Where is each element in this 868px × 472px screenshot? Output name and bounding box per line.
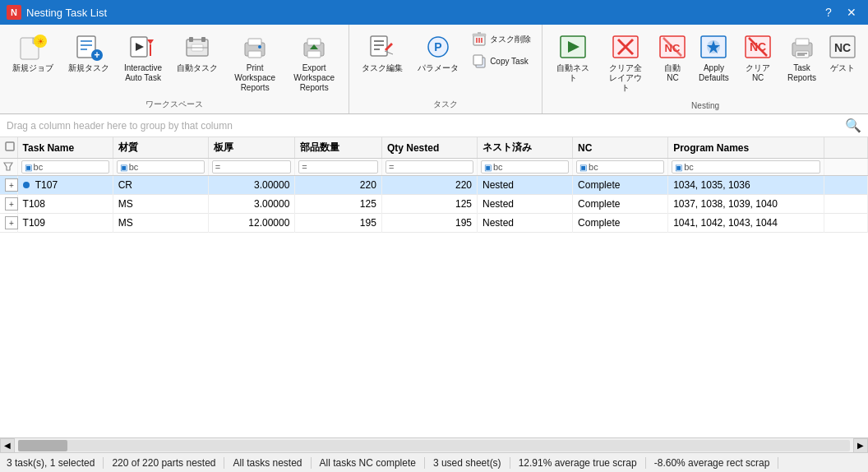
col-header-extra [824, 137, 868, 159]
data-table[interactable]: Task Name 材質 板厚 部品数量 Qty Nested ネスト済み NC… [0, 137, 868, 437]
print-workspace-reports-button[interactable]: Print WorkspaceReports [227, 28, 283, 97]
row-nc-t107: Complete [573, 176, 668, 195]
new-task-button[interactable]: + 新規タスク [62, 28, 115, 79]
col-header-qty[interactable]: 部品数量 [295, 137, 382, 159]
filter-qty-nested[interactable]: = [381, 159, 477, 176]
clear-layout-icon [611, 32, 640, 62]
col-header-nested[interactable]: ネスト済み [477, 137, 572, 159]
auto-task-button[interactable]: 自動タスク [171, 28, 224, 79]
expand-button-t108[interactable]: + [5, 197, 18, 211]
svg-point-22 [258, 45, 261, 49]
svg-rect-39 [473, 34, 486, 36]
svg-rect-63 [6, 142, 14, 150]
status-true-scrap: 12.91% average true scrap [510, 457, 646, 469]
filter-icon-material: ▣ [120, 163, 127, 172]
svg-rect-58 [796, 51, 809, 58]
apply-defaults-icon [699, 32, 728, 62]
col-header-qty-nested[interactable]: Qty Nested [381, 137, 477, 159]
scroll-right-button[interactable]: ▶ [853, 438, 868, 453]
clear-nc-button[interactable]: NC クリアNC [736, 28, 780, 87]
row-material-t108: MS [113, 195, 208, 214]
clear-layout-button[interactable]: クリア全レイアウト [600, 28, 651, 97]
interactive-auto-task-button[interactable]: InteractiveAuto Task [118, 28, 168, 87]
guest-label: ゲスト [830, 63, 855, 73]
table-row[interactable]: + T107 CR 3.00000 220 220 Nested Complet… [0, 176, 868, 195]
row-qty-t109: 195 [295, 214, 382, 233]
guest-button[interactable]: NC ゲスト [824, 28, 861, 79]
svg-rect-16 [201, 37, 205, 42]
delete-task-icon [472, 32, 487, 47]
auto-nc-label: 自動NC [660, 63, 686, 83]
row-expand-t108[interactable]: + [0, 195, 17, 214]
svg-rect-25 [307, 51, 321, 58]
filter-material[interactable]: ▣bc [113, 159, 208, 176]
svg-marker-12 [147, 39, 154, 44]
group-bar-placeholder: Drag a column header here to group by th… [7, 120, 233, 132]
auto-nc-button[interactable]: NC 自動NC [654, 28, 692, 87]
expand-button-t109[interactable]: + [5, 216, 18, 229]
svg-text:P: P [434, 40, 441, 53]
task-reports-button[interactable]: TaskReports [783, 28, 821, 87]
delete-task-label: タスク削除 [490, 34, 531, 45]
svg-text:+: + [94, 49, 99, 61]
col-header-task-name[interactable]: Task Name [17, 137, 113, 159]
filter-qty[interactable]: = [295, 159, 382, 176]
row-expand-t107[interactable]: + [0, 176, 17, 195]
row-extra-t108 [824, 195, 868, 214]
col-header-check[interactable] [0, 137, 17, 159]
col-header-programs[interactable]: Program Names [668, 137, 824, 159]
search-button[interactable]: 🔍 [845, 118, 861, 133]
task-edit-button[interactable]: タスク編集 [356, 28, 409, 79]
task-table: Task Name 材質 板厚 部品数量 Qty Nested ネスト済み NC… [0, 137, 868, 233]
filter-extra [824, 159, 868, 176]
row-thickness-t107: 3.00000 [208, 176, 295, 195]
col-header-nc[interactable]: NC [573, 137, 668, 159]
help-button[interactable]: ? [819, 2, 838, 22]
horizontal-scrollbar-area: ◀ ▶ [0, 437, 868, 452]
filter-programs[interactable]: ▣bc [668, 159, 824, 176]
svg-marker-64 [4, 163, 12, 170]
auto-nest-button[interactable]: 自動ネスト [549, 28, 597, 87]
delete-task-button[interactable]: タスク削除 [468, 30, 535, 49]
filter-nested[interactable]: ▣bc [477, 159, 572, 176]
param-label: パラメータ [418, 63, 459, 73]
filter-nc[interactable]: ▣bc [573, 159, 668, 176]
ribbon-group-workspace-label: ワークスペース [145, 97, 203, 113]
table-row[interactable]: + T109 MS 12.00000 195 195 Nested Comple… [0, 214, 868, 233]
copy-task-icon [472, 53, 487, 68]
export-workspace-reports-button[interactable]: Export WorkspaceReports [286, 28, 342, 97]
close-button[interactable]: ✕ [842, 2, 861, 22]
scrollbar-thumb[interactable] [18, 440, 67, 451]
param-button[interactable]: P パラメータ [412, 28, 464, 79]
col-header-thickness[interactable]: 板厚 [208, 137, 295, 159]
filter-task-name[interactable]: ▣bc [17, 159, 113, 176]
param-icon: P [423, 32, 453, 62]
col-header-material[interactable]: 材質 [113, 137, 208, 159]
ribbon: ☀ 新規ジョブ + 新規タスク [0, 25, 868, 114]
svg-rect-27 [371, 36, 387, 56]
task-reports-label: TaskReports [787, 63, 816, 83]
expand-button-t107[interactable]: + [5, 178, 18, 192]
copy-task-button[interactable]: Copy Task [468, 51, 535, 71]
filter-thickness[interactable]: = [208, 159, 295, 176]
new-job-button[interactable]: ☀ 新規ジョブ [7, 28, 59, 79]
apply-defaults-button[interactable]: ApplyDefaults [695, 28, 732, 87]
row-qty-nested-t109: 195 [381, 214, 477, 233]
filter-text-programs: bc [684, 162, 694, 172]
svg-rect-24 [307, 39, 321, 45]
row-task-name-text-t107: T107 [35, 179, 58, 191]
table-row[interactable]: + T108 MS 3.00000 125 125 Nested Complet… [0, 195, 868, 214]
scroll-left-button[interactable]: ◀ [0, 438, 15, 453]
task-small-buttons: タスク削除 Copy Task [468, 28, 535, 71]
svg-rect-15 [189, 37, 193, 42]
row-expand-t109[interactable]: + [0, 214, 17, 233]
row-qty-t108: 125 [295, 195, 382, 214]
svg-text:☀: ☀ [37, 37, 44, 46]
filter-text-qty: = [302, 162, 307, 172]
window-title: Nesting Task List [26, 7, 107, 19]
status-sheets: 3 used sheet(s) [425, 457, 510, 469]
row-nested-t107: Nested [477, 176, 572, 195]
ribbon-group-workspace: ☀ 新規ジョブ + 新規タスク [0, 25, 349, 113]
horizontal-scrollbar[interactable] [18, 440, 850, 451]
row-programs-t108: 1037, 1038, 1039, 1040 [668, 195, 824, 214]
